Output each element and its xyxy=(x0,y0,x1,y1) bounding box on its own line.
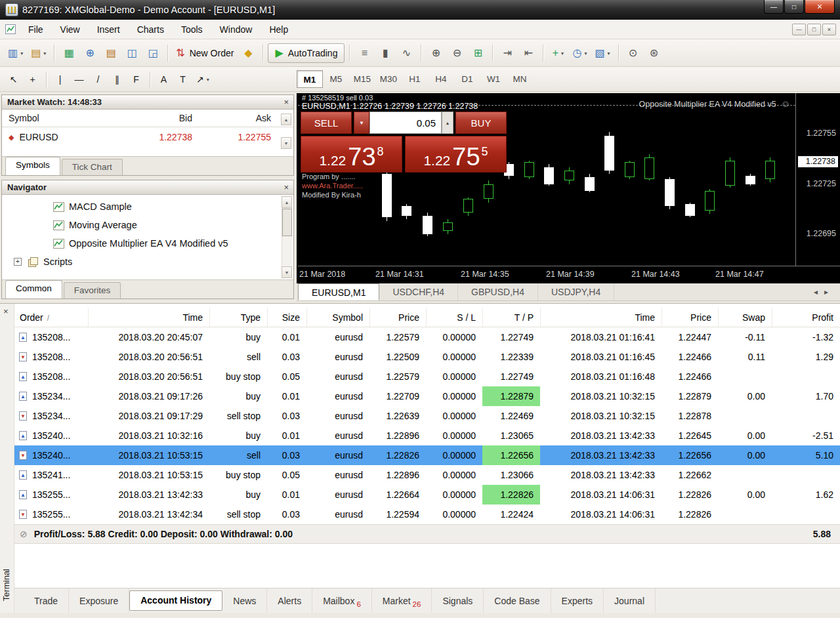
column-header-time-1[interactable]: Time xyxy=(88,308,209,327)
terminal-tab-news[interactable]: News xyxy=(222,588,267,613)
column-header-price-9[interactable]: Price xyxy=(662,308,718,327)
horizontal-line-icon[interactable]: — xyxy=(70,71,88,89)
chart-tab-usdjpy-h4[interactable]: USDJPY,H4 xyxy=(538,283,614,300)
menu-file[interactable]: File xyxy=(20,20,52,39)
text-icon[interactable]: A xyxy=(155,71,173,89)
history-row[interactable]: ▼135234...2018.03.21 09:17:29sell stop0.… xyxy=(14,406,840,426)
timeframe-h4[interactable]: H4 xyxy=(428,70,454,88)
column-header-swap-10[interactable]: Swap xyxy=(718,308,772,327)
history-row[interactable]: ▲135241...2018.03.21 10:53:15buy stop0.0… xyxy=(14,465,840,485)
terminal-tab-journal[interactable]: Journal xyxy=(604,588,656,613)
minimize-button[interactable]: — xyxy=(764,0,784,14)
tile-windows-icon[interactable]: ⊞ xyxy=(468,43,488,63)
expand-icon[interactable]: + xyxy=(14,258,22,266)
column-header-symbol-4[interactable]: Symbol xyxy=(306,308,369,327)
column-header-profit-11[interactable]: Profit xyxy=(772,308,840,327)
terminal-icon[interactable]: ◫ xyxy=(122,43,142,63)
close-button[interactable]: × xyxy=(805,0,835,14)
column-header-type-2[interactable]: Type xyxy=(209,308,267,327)
timeframe-mn[interactable]: MN xyxy=(507,70,533,88)
chart-plot[interactable]: # 135258519 sell 0.03 EURUSD,M1 1.22726 … xyxy=(298,93,795,266)
crosshair-icon[interactable]: + xyxy=(24,71,41,89)
navigator-item-moving-average[interactable]: Moving Average xyxy=(2,216,293,234)
timeframe-d1[interactable]: D1 xyxy=(454,70,480,88)
new-order-button[interactable]: ⇅New Order xyxy=(173,43,237,63)
price-axis[interactable]: 1.227551.227381.227251.22695 xyxy=(795,93,840,266)
scroll-down-icon[interactable]: ▼ xyxy=(281,137,291,149)
tab-favorites[interactable]: Favorites xyxy=(64,282,121,299)
market-watch-icon[interactable]: ▦ xyxy=(59,43,79,63)
buy-price-button[interactable]: 1.22755 xyxy=(405,136,507,173)
history-row[interactable]: ▼135240...2018.03.21 10:53:15sell0.03eur… xyxy=(14,445,840,465)
candlesticks-icon[interactable]: ▮ xyxy=(375,43,395,63)
scroll-down-icon[interactable]: ▼ xyxy=(282,266,292,278)
menu-insert[interactable]: Insert xyxy=(89,20,129,39)
navigator-item-opposite-multiplier-ea-v4-modified-v5[interactable]: Opposite Multiplier EA V4 Modified v5 xyxy=(2,234,293,253)
time-axis[interactable]: 21 Mar 201821 Mar 14:3121 Mar 14:3521 Ma… xyxy=(298,266,840,283)
zoom-in-icon[interactable]: ⊕ xyxy=(426,43,446,63)
terminal-tab-market[interactable]: Market26 xyxy=(372,588,432,613)
chart-tab-gbpusd-h4[interactable]: GBPUSD,H4 xyxy=(458,283,538,300)
tab-common[interactable]: Common xyxy=(5,280,62,299)
chart-tab-eurusd-m1[interactable]: EURUSD,M1 xyxy=(298,283,379,300)
timeframe-w1[interactable]: W1 xyxy=(480,70,507,88)
indicators-icon[interactable]: +▾ xyxy=(548,43,568,63)
history-row[interactable]: ▲135240...2018.03.21 10:32:16buy0.01euru… xyxy=(14,426,840,445)
expert-advisors-icon[interactable]: ◆ xyxy=(238,43,258,63)
timeframe-h1[interactable]: H1 xyxy=(402,70,428,88)
scroll-up-icon[interactable]: ▲ xyxy=(281,113,291,125)
bars-chart-icon[interactable]: ≡ xyxy=(354,43,374,63)
scroll-up-icon[interactable]: ▲ xyxy=(282,196,292,208)
vertical-line-icon[interactable]: | xyxy=(51,71,69,89)
column-header-time-8[interactable]: Time xyxy=(540,308,662,327)
chart-restore-button[interactable]: □ xyxy=(807,24,821,35)
tabs-scroll-right-icon[interactable]: ▸ xyxy=(824,287,835,297)
column-header-t-p-7[interactable]: T / P xyxy=(482,308,540,327)
terminal-side-label[interactable]: Terminal xyxy=(1,569,11,601)
chart-close-button[interactable]: × xyxy=(822,24,836,35)
chart-minimize-button[interactable]: — xyxy=(792,24,806,35)
periods-icon[interactable]: ◷▾ xyxy=(569,43,590,63)
terminal-tab-alerts[interactable]: Alerts xyxy=(267,588,312,613)
chart-tab-usdchf-h4[interactable]: USDCHF,H4 xyxy=(379,283,458,300)
zoom-out-icon[interactable]: ⊖ xyxy=(447,43,467,63)
bid-column-header[interactable]: Bid xyxy=(123,110,192,127)
data-window-icon[interactable]: ⊕ xyxy=(80,43,100,63)
history-row[interactable]: ▲135208...2018.03.20 20:56:51buy stop0.0… xyxy=(14,367,840,386)
history-row[interactable]: ▲135255...2018.03.21 13:42:33buy0.01euru… xyxy=(14,485,840,505)
scrollbar-thumb[interactable] xyxy=(282,209,292,236)
maximize-button[interactable]: □ xyxy=(784,0,804,14)
menu-view[interactable]: View xyxy=(52,20,89,39)
tab-symbols[interactable]: Symbols xyxy=(5,157,60,175)
menu-help[interactable]: Help xyxy=(261,20,297,39)
terminal-tab-code-base[interactable]: Code Base xyxy=(484,588,551,613)
timeframe-m30[interactable]: M30 xyxy=(375,70,402,88)
strategy-tester-icon[interactable]: ◲ xyxy=(143,43,163,63)
terminal-tab-trade[interactable]: Trade xyxy=(24,588,69,613)
terminal-tab-account-history[interactable]: Account History xyxy=(129,590,222,611)
fibonacci-icon[interactable]: F xyxy=(127,71,145,89)
column-header-order-0[interactable]: Order/ xyxy=(14,308,88,327)
ask-column-header[interactable]: Ask xyxy=(192,110,271,127)
menu-window[interactable]: Window xyxy=(211,20,261,39)
arrows-icon[interactable]: ↗▾ xyxy=(193,71,213,89)
equidistant-channel-icon[interactable]: ∥ xyxy=(108,71,126,89)
profiles-icon[interactable]: ▤▾ xyxy=(28,43,49,63)
history-row[interactable]: ▲135208...2018.03.20 20:45:07buy0.01euru… xyxy=(14,327,840,347)
history-row[interactable]: ▼135208...2018.03.20 20:56:51sell0.03eur… xyxy=(14,347,840,367)
history-row[interactable]: ▲135234...2018.03.21 09:17:26buy0.01euru… xyxy=(14,386,840,406)
volume-increase-icon[interactable]: ▲ xyxy=(442,112,453,134)
terminal-tab-mailbox[interactable]: Mailbox6 xyxy=(312,588,372,613)
autotrading-button[interactable]: ▶AutoTrading xyxy=(268,43,345,63)
cursor-icon[interactable]: ↖ xyxy=(5,71,22,89)
navigator-item-macd-sample[interactable]: MACD Sample xyxy=(2,197,293,216)
navigator-item-scripts[interactable]: +Scripts xyxy=(2,253,293,271)
line-chart-icon[interactable]: ∿ xyxy=(396,43,416,63)
search-icon[interactable]: ⊙ xyxy=(623,43,643,63)
terminal-close-icon[interactable]: × xyxy=(3,306,9,316)
market-watch-close-icon[interactable]: × xyxy=(284,95,289,109)
timeframe-m15[interactable]: M15 xyxy=(349,70,375,88)
column-header-size-3[interactable]: Size xyxy=(267,308,306,327)
timeframe-m1[interactable]: M1 xyxy=(297,70,323,88)
column-header-s-l-6[interactable]: S / L xyxy=(426,308,482,327)
